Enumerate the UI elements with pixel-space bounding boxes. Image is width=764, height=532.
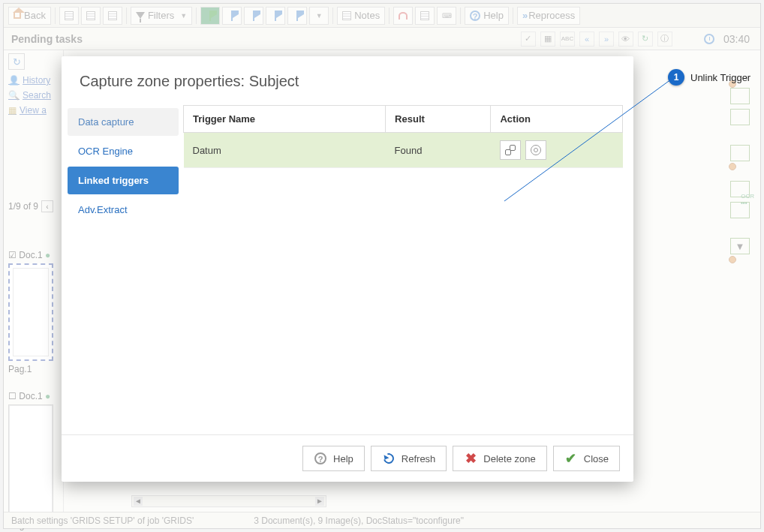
sidebar-viewall[interactable]: ▦View a — [4, 103, 63, 118]
th-trigger-name: Trigger Name — [184, 106, 386, 133]
table-row: Datum Found — [184, 133, 623, 168]
flag-blue2-icon — [253, 11, 254, 21]
delete-icon: ✖ — [464, 452, 477, 465]
th-result: Result — [386, 106, 491, 133]
unlink-icon — [505, 145, 516, 155]
magnet-icon — [399, 12, 408, 20]
flag3-button[interactable] — [244, 7, 263, 25]
search-icon: 🔍 — [8, 90, 20, 101]
nav-linked-triggers[interactable]: Linked triggers — [68, 167, 179, 194]
modal-close-label: Close — [584, 453, 609, 464]
modal-title: Capture zone properties: Subject — [80, 73, 615, 90]
flag1-button[interactable] — [200, 7, 220, 25]
mini-btn-3[interactable] — [730, 145, 750, 161]
modal-delete-button[interactable]: ✖Delete zone — [453, 446, 546, 471]
status-dot-2 — [729, 163, 736, 170]
modal-refresh-label: Refresh — [402, 453, 436, 464]
modal-delete-label: Delete zone — [483, 453, 535, 464]
flag-green-icon — [209, 11, 211, 21]
back-label: Back — [24, 10, 46, 21]
status-dot-3 — [729, 256, 736, 263]
callout-1: 1 Unlink Trigger — [668, 69, 750, 86]
flag4-button[interactable] — [266, 7, 285, 25]
flag5-button[interactable] — [287, 7, 307, 25]
modal-refresh-button[interactable]: Refresh — [371, 446, 447, 471]
clock-icon — [704, 34, 714, 44]
status-left: Batch settings 'GRIDS SETUP' of job 'GRI… — [11, 515, 194, 526]
time-display: 03:40 — [719, 33, 754, 45]
modal-close-button[interactable]: ✔Close — [553, 446, 620, 471]
notes-icon — [342, 11, 351, 20]
sub-icon-refresh[interactable]: ↻ — [638, 32, 653, 47]
ocr-indicator: OCR▪▪▪ — [741, 193, 754, 206]
doc1-thumbnail[interactable] — [8, 263, 53, 361]
layout-icon-button[interactable] — [103, 7, 122, 25]
triggers-table: Trigger Name Result Action Datum Found — [183, 105, 623, 168]
flag-blue-icon — [231, 11, 233, 21]
nav-data-capture[interactable]: Data capture — [68, 108, 179, 136]
refresh-icon — [381, 451, 396, 465]
doc1b-label: ☐ Doc.1 ● — [8, 388, 59, 404]
doc1b-thumbnail[interactable] — [8, 404, 53, 517]
settings-trigger-button[interactable] — [525, 140, 546, 160]
sub-icon-info[interactable]: ⓘ — [657, 32, 672, 47]
sub-icon-next[interactable]: » — [599, 32, 614, 47]
pager: 1/9 of 9 ‹ — [8, 200, 53, 212]
dropdown-button[interactable]: ▼ — [309, 7, 329, 25]
sidebar-search[interactable]: 🔍Search — [4, 88, 63, 103]
question-icon: ? — [470, 11, 480, 21]
reprocess-label: Reprocess — [528, 10, 575, 21]
layout-icon — [108, 11, 117, 20]
help-button[interactable]: ?Help — [465, 7, 509, 25]
status-right: 3 Document(s), 9 Image(s), DocStatus="to… — [254, 515, 464, 526]
chevron-down-icon: ▼ — [180, 12, 187, 20]
reprocess-button[interactable]: »Reprocess — [517, 7, 580, 25]
status-bar: Batch settings 'GRIDS SETUP' of job 'GRI… — [4, 512, 760, 528]
filters-label: Filters — [148, 10, 174, 21]
modal-help-button[interactable]: ?Help — [302, 446, 365, 471]
mini-dropdown[interactable]: ▼ — [730, 238, 750, 254]
help-icon: ? — [314, 452, 326, 464]
sidebar-history[interactable]: 👤History — [4, 73, 63, 88]
flag-blue4-icon — [296, 11, 298, 21]
nav-ocr-engine[interactable]: OCR Engine — [68, 137, 179, 165]
help-label: Help — [483, 10, 504, 21]
home-icon — [14, 13, 21, 19]
mini-btn-1[interactable] — [730, 88, 750, 104]
nav-adv-extract[interactable]: Adv.Extract — [68, 196, 179, 224]
magnet-button[interactable] — [393, 7, 413, 25]
keyboard-icon: ⌨ — [442, 12, 452, 20]
sidebar-refresh-button[interactable]: ↻ — [8, 53, 25, 70]
cell-result: Found — [386, 133, 491, 168]
back-button[interactable]: Back — [8, 7, 51, 25]
pending-tasks-label: Pending tasks — [4, 33, 90, 45]
sub-icon-1[interactable]: ✓ — [521, 32, 536, 47]
cell-trigger-name: Datum — [184, 133, 386, 168]
modal-help-label: Help — [333, 453, 353, 464]
flag2-button[interactable] — [222, 7, 242, 25]
tool2-icon — [420, 11, 429, 20]
horizontal-scrollbar[interactable]: ◄ ► — [131, 495, 326, 507]
unlink-trigger-button[interactable] — [500, 140, 521, 160]
doc1-label: ☑ Doc.1 ● — [8, 247, 59, 263]
filters-button[interactable]: Filters▼ — [131, 7, 192, 25]
gear-icon — [531, 145, 541, 155]
notes-button[interactable]: Notes — [337, 7, 385, 25]
tool3-button[interactable]: ⌨ — [437, 7, 456, 25]
sub-icon-prev[interactable]: « — [579, 32, 594, 47]
list-icon-button[interactable] — [81, 7, 101, 25]
pager-prev[interactable]: ‹ — [41, 200, 53, 212]
main-toolbar: Back Filters▼ ▼ Notes ⌨ ?Help »Reprocess — [4, 4, 760, 28]
sub-icon-abc[interactable]: ABC — [560, 32, 575, 47]
flag-blue3-icon — [275, 11, 276, 21]
grid-icon-button[interactable] — [59, 7, 79, 25]
sub-toolbar: Pending tasks ✓ ▦ ABC « » 👁 ↻ ⓘ 03:40 — [4, 28, 760, 50]
pag1-label: Pag.1 — [8, 361, 59, 377]
tool2-button[interactable] — [415, 7, 435, 25]
cell-action — [491, 133, 623, 168]
check-icon: ✔ — [564, 452, 578, 465]
sub-icon-eye[interactable]: 👁 — [618, 32, 633, 47]
notes-label: Notes — [354, 10, 380, 21]
mini-btn-2[interactable] — [730, 109, 750, 125]
sub-icon-2[interactable]: ▦ — [540, 32, 555, 47]
